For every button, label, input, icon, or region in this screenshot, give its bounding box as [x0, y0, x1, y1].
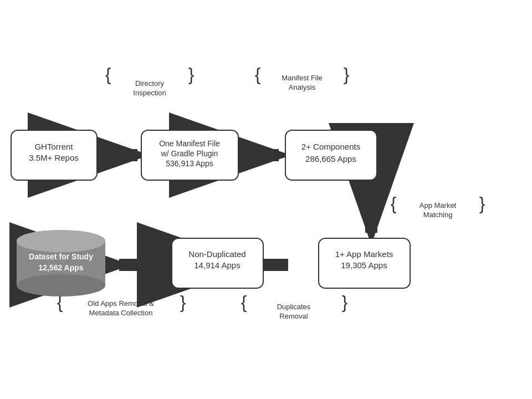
brace-manifest-left: {: [255, 64, 261, 84]
components-line2: 286,665 Apps: [305, 154, 356, 163]
label-dup-line1: Duplicates: [277, 303, 311, 311]
pipeline-diagram: { Directory Inspection } { Manifest File…: [0, 0, 532, 399]
markets-line2: 19,305 Apps: [341, 260, 387, 270]
manifest-line1: One Manifest File: [159, 139, 220, 148]
brace-market-left: {: [391, 193, 397, 213]
diagram-svg: { Directory Inspection } { Manifest File…: [0, 0, 532, 399]
label-dir-line1: Directory: [135, 79, 165, 88]
label-market-line1: App Market: [420, 201, 457, 209]
cylinder-text-line2: 12,562 Apps: [38, 263, 83, 272]
brace-dup-left: {: [241, 292, 247, 312]
label-dir-line2: Inspection: [133, 89, 166, 97]
markets-line1: 1+ App Markets: [335, 249, 393, 259]
manifest-line2: w/ Gradle Plugin: [161, 149, 218, 158]
label-dup-line2: Removal: [279, 312, 308, 320]
nonduplicated-line2: 14,914 Apps: [194, 260, 240, 270]
cylinder-text-line1: Dataset for Study: [29, 252, 93, 261]
ghtorrent-line1: GHTorrent: [34, 142, 73, 151]
brace-manifest-right: }: [344, 64, 350, 84]
label-manifest-line2: Analysis: [289, 83, 316, 91]
label-market-line2: Matching: [423, 211, 453, 219]
label-old-line1: Old Apps Removal &: [88, 299, 154, 308]
label-manifest-line1: Manifest File: [282, 74, 323, 82]
components-line1: 2+ Components: [301, 142, 360, 151]
cylinder-bottom: [17, 274, 105, 296]
cylinder-top-cover: [17, 230, 105, 252]
manifest-line3: 536,913 Apps: [166, 159, 213, 168]
brace-market-right: }: [479, 193, 485, 213]
ghtorrent-line2: 3.5M+ Repos: [29, 153, 79, 162]
label-old-line2: Metadata Collection: [89, 309, 153, 317]
brace-dir-left: {: [105, 64, 111, 84]
brace-old-right: }: [180, 292, 186, 312]
brace-dir-right: }: [188, 64, 195, 84]
brace-dup-right: }: [342, 292, 348, 312]
nonduplicated-line1: Non-Duplicated: [188, 249, 245, 259]
